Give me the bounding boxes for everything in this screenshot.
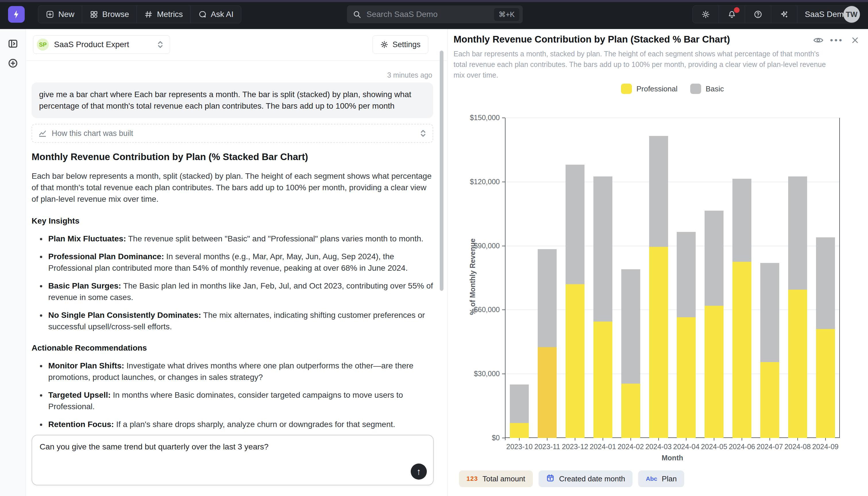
bar-2024-04-basic[interactable]	[677, 232, 696, 317]
bar-2024-08-basic[interactable]	[788, 176, 807, 290]
bar-2023-10-basic[interactable]	[510, 385, 529, 423]
y-tick	[502, 374, 505, 374]
x-tick	[658, 438, 659, 440]
global-search-input[interactable]: Search SaaS Demo ⌘+K	[347, 5, 523, 23]
top-navbar: NewBrowseMetricsAsk AI Search SaaS Demo …	[0, 2, 868, 29]
bar-2023-11-basic[interactable]	[538, 249, 557, 347]
key-insight-item: Professional Plan Dominance: In several …	[47, 251, 434, 274]
close-icon	[851, 36, 859, 44]
bar-2024-02-basic[interactable]	[621, 269, 640, 383]
tag-created-date-month[interactable]: Created date month	[539, 470, 633, 487]
y-tick	[502, 438, 505, 438]
utility-nav: SaaS Demo	[692, 5, 856, 23]
tag-label: Created date month	[559, 475, 625, 483]
bar-2023-10-professional[interactable]	[510, 423, 529, 438]
chat-sparkle-icon	[198, 10, 207, 19]
nav-item-browse[interactable]: Browse	[82, 6, 136, 23]
chat-input[interactable]: Can you give the same trend but quarterl…	[32, 435, 434, 485]
close-panel-button[interactable]	[850, 35, 861, 45]
bar-2023-11-professional[interactable]	[538, 347, 557, 438]
tag-label: Plan	[662, 475, 677, 483]
y-axis-line	[505, 118, 505, 440]
x-tick-label: 2024-09	[805, 443, 846, 451]
tag-total-amount[interactable]: 123Total amount	[459, 470, 533, 487]
more-menu-button[interactable]: •••	[831, 35, 842, 45]
bar-2024-03-basic[interactable]	[649, 136, 668, 247]
abc-icon: Abc	[646, 475, 657, 482]
y-tick	[502, 118, 505, 118]
y-tick-label: $0	[454, 434, 500, 442]
x-tick	[770, 438, 770, 440]
bar-2024-05-professional[interactable]	[705, 306, 724, 438]
nav-item-label: Ask AI	[211, 10, 234, 19]
org-label: SaaS Demo	[805, 10, 848, 19]
bar-2024-03-professional[interactable]	[649, 247, 668, 438]
recommendation-item: Targeted Upsell: In months where Basic d…	[47, 389, 434, 413]
sparkles-icon	[780, 10, 788, 19]
settings-nav-button[interactable]	[693, 6, 719, 23]
brand-logo[interactable]	[8, 6, 25, 23]
ai-button[interactable]	[771, 6, 797, 23]
collapse-sidebar-button[interactable]	[6, 37, 19, 50]
y-tick-label: $150,000	[454, 113, 500, 122]
y-tick	[502, 182, 505, 182]
nav-item-ask-ai[interactable]: Ask AI	[190, 6, 241, 23]
chevron-updown-icon	[157, 40, 163, 49]
chat-input-value: Can you give the same trend but quarterl…	[39, 441, 402, 453]
bar-2024-07-professional[interactable]	[760, 362, 779, 438]
legend-item-basic[interactable]: Basic	[690, 83, 724, 94]
x-tick	[714, 438, 714, 440]
app-root: NewBrowseMetricsAsk AI Search SaaS Demo …	[0, 0, 868, 496]
nav-item-label: Browse	[102, 10, 129, 19]
bar-2024-01-professional[interactable]	[593, 322, 612, 438]
user-avatar[interactable]: TW	[843, 6, 860, 23]
key-insight-item: Basic Plan Surges: The Basic plan led in…	[47, 280, 434, 303]
legend-label: Basic	[706, 84, 724, 93]
bar-2024-08-professional[interactable]	[788, 290, 807, 438]
chevron-updown-icon	[420, 129, 426, 138]
x-tick	[825, 438, 826, 440]
legend-item-professional[interactable]: Professional	[621, 83, 678, 94]
how-chart-was-built-label: How this chart was built	[52, 129, 415, 138]
user-message: give me a bar chart where Each bar repre…	[32, 82, 433, 118]
view-button[interactable]	[813, 35, 824, 45]
tag-plan[interactable]: AbcPlan	[638, 470, 684, 487]
x-tick	[686, 438, 687, 440]
send-button[interactable]: ↑	[411, 464, 427, 480]
chart-description: Each bar represents a month, stacked by …	[453, 49, 830, 80]
nav-item-metrics[interactable]: Metrics	[136, 6, 190, 23]
bar-2024-07-basic[interactable]	[760, 263, 779, 362]
bar-2023-12-basic[interactable]	[565, 165, 584, 284]
bar-2023-12-professional[interactable]	[565, 284, 584, 438]
bar-2024-09-basic[interactable]	[816, 237, 835, 329]
calendar-icon	[546, 474, 554, 484]
new-thread-button[interactable]	[6, 57, 19, 70]
bar-2024-06-basic[interactable]	[733, 179, 751, 262]
x-axis-title: Month	[505, 454, 839, 462]
bar-2024-04-professional[interactable]	[677, 317, 696, 438]
new-thread-icon	[8, 58, 18, 68]
agent-selector[interactable]: SP SaaS Product Expert	[33, 35, 170, 54]
grid-icon	[90, 10, 98, 19]
nav-item-new[interactable]: New	[38, 6, 82, 23]
bar-2024-06-professional[interactable]	[733, 262, 751, 438]
gear-icon	[380, 41, 388, 49]
y-tick-label: $90,000	[454, 242, 500, 250]
message-timestamp: 3 minutes ago	[26, 71, 432, 79]
notifications-button[interactable]	[719, 6, 745, 23]
help-icon	[754, 10, 762, 19]
bar-2024-01-basic[interactable]	[593, 176, 612, 322]
chat-panel: SP SaaS Product Expert Settings 3 minute…	[26, 29, 447, 496]
right-axis-line	[839, 118, 840, 438]
left-rail	[0, 29, 26, 496]
settings-button[interactable]: Settings	[372, 35, 428, 54]
how-chart-was-built-toggle[interactable]: How this chart was built	[32, 124, 433, 143]
key-insights-heading: Key Insights	[32, 216, 434, 226]
bar-2024-02-professional[interactable]	[621, 384, 640, 438]
recommendations-list: Monitor Plan Shifts: Investigate what dr…	[47, 360, 434, 430]
help-button[interactable]	[745, 6, 771, 23]
bar-2024-09-professional[interactable]	[816, 329, 835, 438]
bar-2024-05-basic[interactable]	[705, 211, 724, 306]
chat-scrollbar[interactable]	[440, 50, 444, 291]
chart-line-icon	[38, 129, 47, 137]
